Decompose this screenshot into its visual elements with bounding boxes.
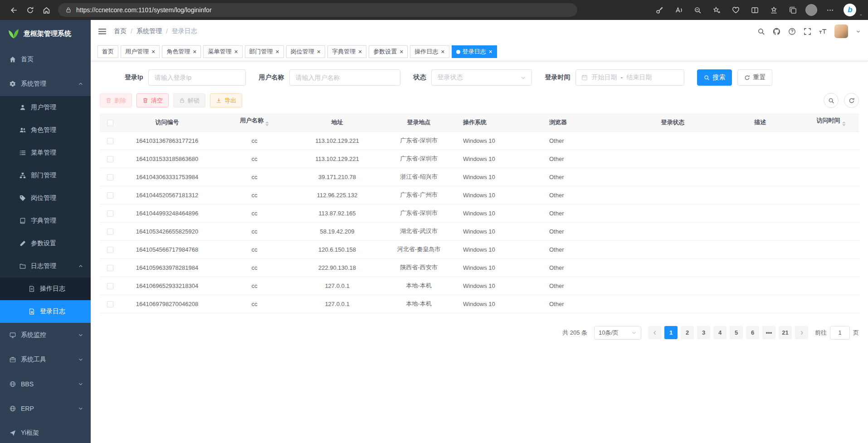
- password-key-icon[interactable]: [651, 2, 668, 18]
- sidebar-item-loginlog[interactable]: 登录日志: [0, 300, 91, 323]
- page-button[interactable]: 3: [697, 326, 710, 339]
- close-icon[interactable]: ×: [151, 49, 155, 55]
- chevron-down-icon[interactable]: [856, 29, 861, 34]
- bing-copilot-icon[interactable]: b: [844, 4, 856, 16]
- browser-essentials-icon[interactable]: [727, 2, 744, 18]
- fullscreen-icon[interactable]: [804, 28, 811, 35]
- browser-home-icon[interactable]: [38, 2, 54, 18]
- table-refresh-button[interactable]: [844, 93, 859, 108]
- tab-2[interactable]: 角色管理×: [162, 45, 201, 58]
- delete-button[interactable]: 删除: [100, 93, 132, 107]
- tab-1[interactable]: 用户管理×: [121, 45, 160, 58]
- sidebar-item-home[interactable]: 首页: [0, 47, 91, 72]
- unlock-button[interactable]: 解锁: [173, 93, 205, 107]
- table-search-toggle[interactable]: [824, 93, 839, 108]
- tab-3[interactable]: 菜单管理×: [203, 45, 242, 58]
- page-size-select[interactable]: 10条/页: [594, 326, 641, 340]
- browser-back-icon[interactable]: [5, 2, 22, 18]
- tab-6[interactable]: 字典管理×: [327, 45, 366, 58]
- page-button[interactable]: 6: [746, 326, 759, 339]
- read-aloud-icon[interactable]: [670, 2, 687, 18]
- select-all-checkbox[interactable]: [107, 120, 113, 126]
- row-checkbox[interactable]: [107, 138, 113, 144]
- tab-5[interactable]: 岗位管理×: [286, 45, 325, 58]
- row-checkbox[interactable]: [107, 174, 113, 180]
- page-button[interactable]: 2: [681, 326, 694, 339]
- zoom-icon[interactable]: [689, 2, 706, 18]
- next-page-button[interactable]: [795, 326, 808, 339]
- row-checkbox[interactable]: [107, 301, 113, 307]
- collections-icon[interactable]: [785, 2, 801, 18]
- sidebar-item-erp[interactable]: ERP: [0, 396, 91, 421]
- page-ellipsis[interactable]: •••: [762, 326, 775, 339]
- browser-profile-avatar[interactable]: [805, 4, 817, 16]
- sidebar-item-dept[interactable]: 部门管理: [0, 164, 91, 187]
- status-select[interactable]: 登录状态: [431, 69, 532, 86]
- split-screen-icon[interactable]: [746, 2, 763, 18]
- sidebar-item-param[interactable]: 参数设置: [0, 232, 91, 255]
- search-button[interactable]: 搜索: [697, 69, 732, 86]
- column-header[interactable]: 访问时间: [817, 117, 840, 124]
- row-checkbox[interactable]: [107, 229, 113, 235]
- browser-more-icon[interactable]: [822, 2, 838, 18]
- search-icon[interactable]: [757, 28, 765, 35]
- close-icon[interactable]: ×: [317, 49, 321, 55]
- browser-address-bar[interactable]: https://ccnetcore.com:1101/system/log/lo…: [58, 3, 577, 17]
- sort-icon[interactable]: [265, 120, 269, 128]
- sidebar-item-user[interactable]: 用户管理: [0, 96, 91, 119]
- row-checkbox[interactable]: [107, 247, 113, 253]
- user-avatar[interactable]: [834, 24, 848, 38]
- close-icon[interactable]: ×: [441, 49, 444, 55]
- page-button[interactable]: 1: [664, 326, 678, 339]
- date-range-picker[interactable]: 开始日期 - 结束日期: [575, 69, 684, 86]
- sidebar-item-dict[interactable]: 字典管理: [0, 209, 91, 232]
- sidebar-item-role[interactable]: 角色管理: [0, 119, 91, 141]
- sidebar-item-system[interactable]: 系统管理: [0, 72, 91, 96]
- sidebar-item-operlog[interactable]: 操作日志: [0, 277, 91, 300]
- sidebar-item-menu[interactable]: 菜单管理: [0, 141, 91, 164]
- help-icon[interactable]: [788, 28, 796, 35]
- close-icon[interactable]: ×: [489, 49, 493, 55]
- close-icon[interactable]: ×: [358, 49, 362, 55]
- login-ip-input[interactable]: [148, 69, 246, 86]
- row-checkbox[interactable]: [107, 192, 113, 199]
- breadcrumb-item[interactable]: 首页: [114, 27, 127, 35]
- sidebar-item-post[interactable]: 岗位管理: [0, 187, 91, 209]
- browser-refresh-icon[interactable]: [22, 2, 38, 18]
- tab-8[interactable]: 操作日志×: [410, 45, 449, 58]
- tab-0[interactable]: 首页: [98, 45, 118, 58]
- page-button[interactable]: 4: [713, 326, 727, 339]
- breadcrumb-item[interactable]: 系统管理: [137, 27, 162, 35]
- sidebar-item-log[interactable]: 日志管理: [0, 255, 91, 277]
- close-icon[interactable]: ×: [193, 49, 196, 55]
- sidebar-item-monitor[interactable]: 系统监控: [0, 323, 91, 347]
- tab-4[interactable]: 部门管理×: [245, 45, 284, 58]
- goto-page-input[interactable]: [830, 326, 850, 340]
- chevron-down-icon[interactable]: ⌄: [859, 12, 863, 16]
- username-input[interactable]: [289, 69, 400, 86]
- column-header[interactable]: 用户名称: [240, 117, 263, 124]
- sidebar-item-bbs[interactable]: BBS: [0, 372, 91, 396]
- font-size-icon[interactable]: [819, 28, 827, 35]
- row-checkbox[interactable]: [107, 156, 113, 162]
- export-button[interactable]: 导出: [210, 93, 242, 107]
- hamburger-icon[interactable]: [98, 27, 107, 36]
- row-checkbox[interactable]: [107, 283, 113, 289]
- clear-button[interactable]: 清空: [137, 93, 169, 107]
- github-icon[interactable]: [773, 28, 780, 35]
- row-checkbox[interactable]: [107, 210, 113, 217]
- prev-page-button[interactable]: [648, 326, 661, 339]
- favorites-bar-icon[interactable]: [766, 2, 782, 18]
- page-button[interactable]: 21: [779, 326, 792, 339]
- reset-button[interactable]: 重置: [737, 69, 772, 86]
- tab-7[interactable]: 参数设置×: [369, 45, 408, 58]
- sidebar-item-yiframe[interactable]: Yi框架: [0, 421, 91, 443]
- close-icon[interactable]: ×: [276, 49, 279, 55]
- tab-9[interactable]: 登录日志×: [452, 45, 497, 58]
- row-checkbox[interactable]: [107, 265, 113, 271]
- close-icon[interactable]: ×: [234, 49, 238, 55]
- close-icon[interactable]: ×: [400, 49, 403, 55]
- add-favorite-icon[interactable]: [708, 2, 725, 18]
- page-button[interactable]: 5: [730, 326, 743, 339]
- sidebar-item-tools[interactable]: 系统工具: [0, 347, 91, 372]
